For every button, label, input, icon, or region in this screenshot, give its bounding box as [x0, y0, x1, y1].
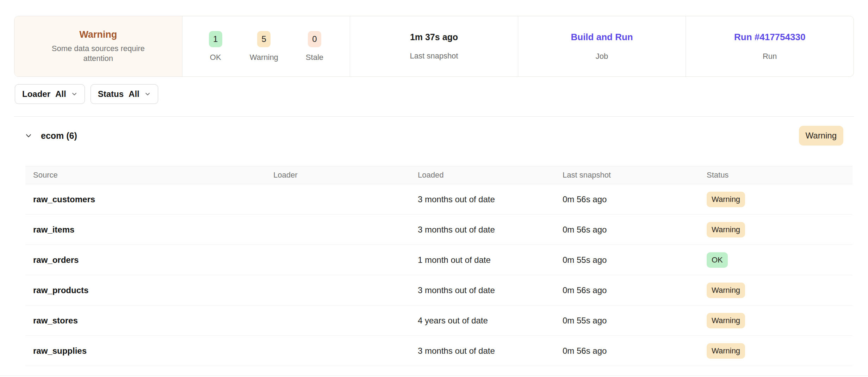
sources-table: Source Loader Loaded Last snapshot Statu… [25, 166, 852, 366]
run-card: Run #417754330 Run [686, 16, 854, 76]
snapshot-value: 0m 56s ago [563, 194, 707, 204]
status-badge: Warning [707, 283, 745, 298]
source-name: raw_stores [33, 316, 273, 326]
table-row[interactable]: raw_orders 1 month out of date 0m 55s ag… [25, 245, 852, 275]
status-badge: OK [707, 252, 728, 268]
source-name: raw_customers [33, 194, 273, 204]
loaded-value: 3 months out of date [418, 225, 563, 235]
snapshot-value: 0m 56s ago [563, 285, 707, 295]
status-badge: Warning [707, 343, 745, 359]
stat-stale: 0 Stale [306, 31, 323, 62]
chevron-down-icon [144, 91, 151, 97]
job-link[interactable]: Build and Run [571, 32, 633, 43]
loader-filter-dropdown[interactable]: Loader All [15, 84, 85, 104]
stale-count-label: Stale [306, 53, 323, 62]
loaded-value: 1 month out of date [418, 255, 563, 265]
stat-ok: 1 OK [209, 31, 222, 62]
status-counts-card: 1 OK 5 Warning 0 Stale [182, 16, 350, 76]
overall-status-card: Warning Some data sources require attent… [14, 16, 182, 76]
table-row[interactable]: raw_supplies 3 months out of date 0m 56s… [25, 336, 852, 366]
stat-warning: 5 Warning [250, 31, 278, 62]
summary-card: Warning Some data sources require attent… [14, 16, 854, 77]
last-snapshot-card: 1m 37s ago Last snapshot [350, 16, 518, 76]
warning-count-badge: 5 [257, 31, 271, 47]
filter-bar: Loader All Status All [15, 84, 868, 104]
ok-count-label: OK [210, 53, 221, 62]
status-counts: 1 OK 5 Warning 0 Stale [209, 31, 323, 62]
loader-filter-value: All [55, 89, 66, 99]
col-header-source: Source [33, 171, 273, 180]
loader-filter-name: Loader [22, 89, 50, 99]
status-badge: Warning [707, 222, 745, 237]
snapshot-value: 0m 56s ago [563, 225, 707, 235]
status-badge: Warning [707, 192, 745, 207]
status-filter-value: All [129, 89, 140, 99]
run-label: Run [763, 52, 777, 61]
col-header-status: Status [707, 171, 852, 180]
source-name: raw_products [33, 285, 273, 295]
ok-count-badge: 1 [209, 31, 222, 47]
loaded-value: 3 months out of date [418, 285, 563, 295]
last-snapshot-value: 1m 37s ago [410, 32, 458, 42]
table-row[interactable]: raw_customers 3 months out of date 0m 56… [25, 184, 852, 215]
job-card: Build and Run Job [518, 16, 686, 76]
overall-status-title: Warning [79, 29, 117, 40]
table-row[interactable]: raw_products 3 months out of date 0m 56s… [25, 275, 852, 305]
snapshot-value: 0m 55s ago [563, 255, 707, 265]
warning-count-label: Warning [250, 53, 278, 62]
stale-count-badge: 0 [308, 31, 321, 47]
group-status-badge: Warning [799, 126, 843, 146]
group-title: ecom (6) [41, 131, 77, 141]
snapshot-value: 0m 56s ago [563, 346, 707, 356]
last-snapshot-label: Last snapshot [410, 51, 458, 61]
status-filter-name: Status [98, 89, 124, 99]
status-filter-dropdown[interactable]: Status All [91, 84, 158, 104]
col-header-loaded: Loaded [418, 171, 563, 180]
run-link[interactable]: Run #417754330 [734, 32, 805, 43]
bottom-divider [0, 376, 868, 376]
overall-status-subtitle: Some data sources require attention [45, 44, 151, 63]
table-body: raw_customers 3 months out of date 0m 56… [25, 184, 852, 366]
status-badge: Warning [707, 313, 745, 328]
loaded-value: 3 months out of date [418, 194, 563, 204]
table-header-row: Source Loader Loaded Last snapshot Statu… [25, 166, 852, 184]
table-row[interactable]: raw_stores 4 years out of date 0m 55s ag… [25, 305, 852, 336]
group-header-ecom[interactable]: ecom (6) Warning [0, 117, 868, 155]
table-row[interactable]: raw_items 3 months out of date 0m 56s ag… [25, 215, 852, 245]
snapshot-value: 0m 55s ago [563, 316, 707, 326]
source-name: raw_orders [33, 255, 273, 265]
loaded-value: 3 months out of date [418, 346, 563, 356]
chevron-down-icon[interactable] [25, 132, 32, 140]
source-name: raw_items [33, 225, 273, 235]
loaded-value: 4 years out of date [418, 316, 563, 326]
job-label: Job [596, 52, 608, 61]
chevron-down-icon [71, 91, 78, 97]
col-header-last-snapshot: Last snapshot [563, 171, 707, 180]
col-header-loader: Loader [273, 171, 418, 180]
source-name: raw_supplies [33, 346, 273, 356]
